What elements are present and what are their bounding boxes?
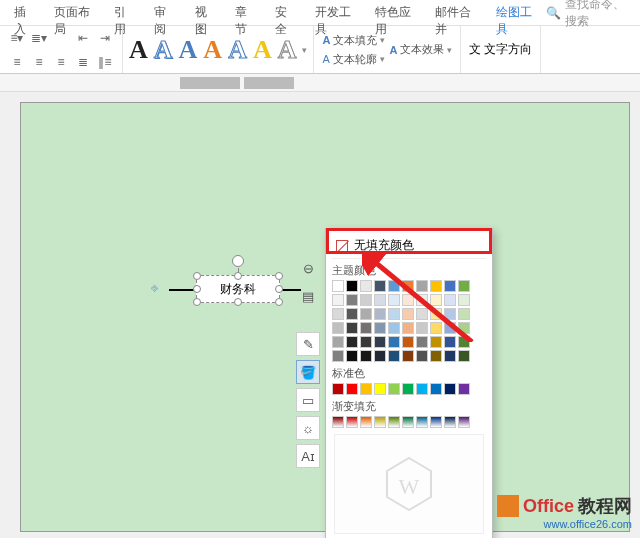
color-swatch[interactable] [458, 336, 470, 348]
color-swatch[interactable] [430, 350, 442, 362]
gradient-swatch[interactable] [388, 416, 400, 428]
wordart-more-icon[interactable]: ▾ [302, 45, 307, 55]
tab-review[interactable]: 审阅 [144, 0, 184, 25]
wordart-style-3[interactable]: A [179, 35, 198, 65]
textbox-text[interactable]: 财务科 [220, 281, 256, 298]
color-swatch[interactable] [402, 322, 414, 334]
color-swatch[interactable] [402, 308, 414, 320]
text-outline-button[interactable]: A文本轮廓▾ [320, 51, 387, 68]
text-effect-button[interactable]: A文本效果▾ [387, 41, 454, 58]
color-swatch[interactable] [332, 350, 344, 362]
toggle-row-button[interactable]: ▤ [296, 284, 320, 308]
color-swatch[interactable] [360, 350, 372, 362]
color-swatch[interactable] [444, 383, 456, 395]
color-swatch[interactable] [430, 280, 442, 292]
color-swatch[interactable] [332, 383, 344, 395]
color-swatch[interactable] [458, 322, 470, 334]
tab-drawtools[interactable]: 绘图工具 [486, 0, 546, 25]
color-swatch[interactable] [444, 350, 456, 362]
color-swatch[interactable] [458, 294, 470, 306]
tab-chapter[interactable]: 章节 [225, 0, 265, 25]
line-spacing-icon[interactable]: ‖≡ [95, 52, 115, 72]
align-center-icon[interactable]: ≡ [29, 52, 49, 72]
color-swatch[interactable] [458, 350, 470, 362]
wordart-style-4[interactable]: A [203, 35, 222, 65]
color-swatch[interactable] [458, 308, 470, 320]
color-swatch[interactable] [402, 336, 414, 348]
color-swatch[interactable] [346, 308, 358, 320]
color-swatch[interactable] [430, 383, 442, 395]
color-swatch[interactable] [388, 383, 400, 395]
color-swatch[interactable] [360, 322, 372, 334]
color-swatch[interactable] [360, 383, 372, 395]
gradient-swatch[interactable] [402, 416, 414, 428]
color-swatch[interactable] [360, 308, 372, 320]
color-swatch[interactable] [360, 280, 372, 292]
color-swatch[interactable] [360, 336, 372, 348]
horizontal-ruler[interactable] [0, 74, 640, 92]
color-swatch[interactable] [402, 280, 414, 292]
tab-insert[interactable]: 插入 [4, 0, 44, 25]
text-fill-button[interactable]: A文本填充▾ [320, 32, 387, 49]
color-swatch[interactable] [458, 280, 470, 292]
color-swatch[interactable] [416, 280, 428, 292]
indent-inc-icon[interactable]: ⇥ [95, 28, 115, 48]
outline-button[interactable]: ▭ [296, 388, 320, 412]
color-swatch[interactable] [416, 350, 428, 362]
color-swatch[interactable] [416, 383, 428, 395]
color-swatch[interactable] [374, 350, 386, 362]
bullet-list-icon[interactable]: ≡▾ [7, 28, 27, 48]
color-swatch[interactable] [430, 308, 442, 320]
color-swatch[interactable] [444, 336, 456, 348]
wordart-style-1[interactable]: A [129, 35, 148, 65]
color-swatch[interactable] [360, 294, 372, 306]
resize-handle-tr[interactable] [275, 272, 283, 280]
gradient-swatch[interactable] [374, 416, 386, 428]
text-direction-button[interactable]: 文文字方向 [467, 40, 534, 59]
color-swatch[interactable] [346, 322, 358, 334]
no-fill-option[interactable]: 无填充颜色 [332, 233, 486, 259]
gradient-swatch[interactable] [360, 416, 372, 428]
eyedropper-button[interactable]: ✎ [296, 332, 320, 356]
color-swatch[interactable] [346, 280, 358, 292]
color-swatch[interactable] [416, 294, 428, 306]
color-swatch[interactable] [374, 336, 386, 348]
resize-handle-bl[interactable] [193, 298, 201, 306]
color-swatch[interactable] [332, 322, 344, 334]
resize-handle-br[interactable] [275, 298, 283, 306]
color-swatch[interactable] [416, 322, 428, 334]
resize-handle-t[interactable] [234, 272, 242, 280]
color-swatch[interactable] [388, 308, 400, 320]
color-swatch[interactable] [416, 308, 428, 320]
text-options-button[interactable]: Aɪ [296, 444, 320, 468]
resize-handle-r[interactable] [275, 285, 283, 293]
tab-security[interactable]: 安全 [265, 0, 305, 25]
resize-handle-tl[interactable] [193, 272, 201, 280]
color-swatch[interactable] [402, 350, 414, 362]
color-swatch[interactable] [430, 294, 442, 306]
color-swatch[interactable] [444, 294, 456, 306]
fill-color-button[interactable]: 🪣 [296, 360, 320, 384]
color-swatch[interactable] [332, 308, 344, 320]
align-justify-icon[interactable]: ≣ [73, 52, 93, 72]
color-swatch[interactable] [444, 308, 456, 320]
wordart-style-2[interactable]: A [154, 35, 173, 65]
color-swatch[interactable] [346, 350, 358, 362]
color-swatch[interactable] [332, 294, 344, 306]
gradient-swatch[interactable] [458, 416, 470, 428]
gradient-swatch[interactable] [444, 416, 456, 428]
color-swatch[interactable] [346, 336, 358, 348]
tab-view[interactable]: 视图 [185, 0, 225, 25]
shape-effects-button[interactable]: ☼ [296, 416, 320, 440]
color-swatch[interactable] [388, 322, 400, 334]
color-swatch[interactable] [346, 294, 358, 306]
color-swatch[interactable] [374, 322, 386, 334]
wordart-style-6[interactable]: A [253, 35, 272, 65]
resize-handle-b[interactable] [234, 298, 242, 306]
color-swatch[interactable] [388, 294, 400, 306]
tab-references[interactable]: 引用 [104, 0, 144, 25]
color-swatch[interactable] [374, 383, 386, 395]
gradient-swatch[interactable] [346, 416, 358, 428]
wordart-gallery[interactable]: A A A A A A A ▾ [129, 35, 307, 65]
color-swatch[interactable] [402, 383, 414, 395]
